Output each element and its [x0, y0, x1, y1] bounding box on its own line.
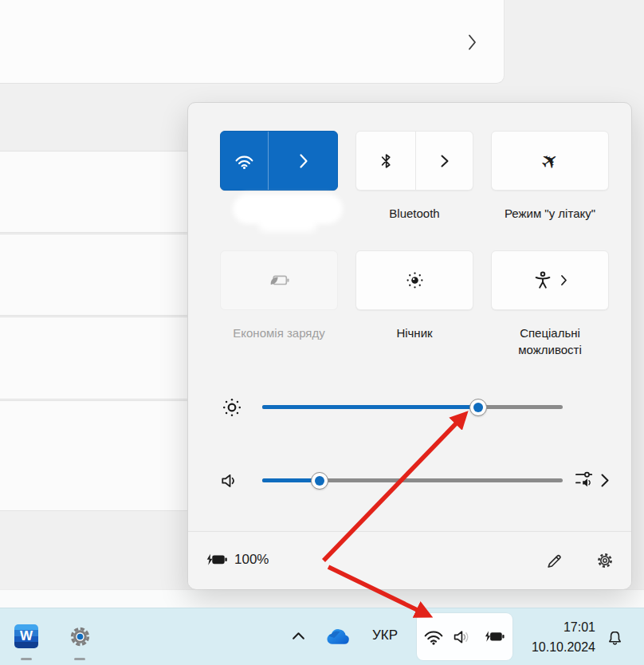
background-row: [0, 400, 190, 511]
brightness-icon: [222, 397, 242, 418]
brightness-slider[interactable]: [262, 399, 563, 416]
wifi-expand-chevron-icon[interactable]: [299, 153, 308, 169]
background-row: [0, 151, 190, 233]
tray-volume-icon: [453, 628, 474, 646]
settings-app-icon[interactable]: [68, 624, 92, 649]
tray-battery-icon: [483, 630, 506, 643]
settings-running-indicator: [74, 658, 85, 660]
quick-settings-footer: 100%: [188, 531, 631, 589]
battery-percent-label: 100%: [234, 552, 269, 568]
word-app-icon[interactable]: W: [14, 624, 38, 648]
background-row: [0, 234, 190, 316]
airplane-mode-tile[interactable]: ✈: [491, 131, 609, 191]
clock[interactable]: 17:01 10.10.2024: [532, 617, 595, 657]
volume-icon: [220, 472, 239, 490]
airplane-tile-label: Режим "у літаку": [481, 205, 618, 222]
clock-time: 17:01: [532, 617, 595, 637]
battery-saver-tile[interactable]: [220, 250, 338, 310]
wifi-tile[interactable]: [220, 131, 338, 191]
battery-charging-icon: [205, 553, 229, 567]
notification-card[interactable]: [0, 0, 505, 84]
accessibility-tile-label: Спеціальні можливості: [499, 325, 601, 358]
clock-date: 10.10.2024: [532, 637, 595, 657]
volume-thumb[interactable]: [311, 472, 328, 490]
quick-settings-panel: ✈ Bluetooth Режим "у літаку": [187, 102, 632, 589]
system-tray-button[interactable]: [417, 613, 512, 660]
show-hidden-icons-chevron-icon[interactable]: [292, 632, 305, 640]
airplane-icon: ✈: [537, 148, 564, 175]
night-light-icon: [405, 270, 425, 290]
expand-chevron-icon[interactable]: [467, 33, 477, 51]
edit-quick-settings-button[interactable]: [541, 548, 567, 573]
volume-mixer-icon[interactable]: [575, 469, 598, 491]
night-light-tile-label: Нічник: [355, 325, 473, 341]
tile-divider: [415, 132, 416, 190]
language-indicator[interactable]: УКР: [365, 628, 405, 643]
notifications-bell-icon[interactable]: [606, 629, 624, 647]
taskbar: W УКР: [0, 608, 644, 665]
wifi-icon: [234, 153, 254, 170]
battery-saver-tile-label: Економія заряду: [202, 325, 355, 341]
night-light-tile[interactable]: [355, 250, 473, 310]
accessibility-chevron-icon: [560, 274, 567, 286]
word-running-indicator: [21, 658, 32, 660]
word-letter: W: [14, 624, 38, 648]
background-row: [0, 317, 190, 399]
tray-wifi-icon: [423, 628, 444, 646]
brightness-fill: [262, 405, 478, 409]
accessibility-tile[interactable]: [491, 250, 609, 310]
onedrive-icon[interactable]: [324, 628, 352, 647]
bluetooth-expand-chevron-icon[interactable]: [440, 154, 450, 168]
volume-flyout-chevron-icon[interactable]: [600, 473, 610, 488]
redacted-network-name: [258, 218, 317, 232]
accessibility-icon: [533, 271, 552, 290]
bluetooth-icon: [379, 152, 394, 170]
battery-saver-icon: [268, 273, 290, 288]
settings-button[interactable]: [592, 548, 618, 573]
tile-divider: [268, 132, 269, 190]
brightness-thumb[interactable]: [469, 399, 487, 416]
bluetooth-tile[interactable]: [355, 131, 473, 191]
screen: ✈ Bluetooth Режим "у літаку": [0, 0, 644, 665]
desktop-strip: [0, 589, 644, 608]
volume-slider[interactable]: [262, 472, 563, 490]
bluetooth-tile-label: Bluetooth: [355, 205, 473, 222]
battery-status[interactable]: 100%: [205, 552, 269, 568]
